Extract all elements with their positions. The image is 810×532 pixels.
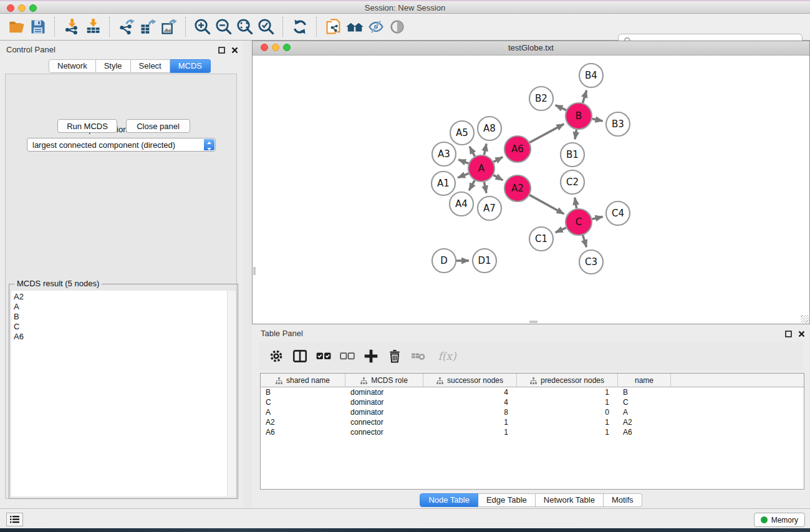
node-B4[interactable]: B4 [579, 64, 603, 87]
table-row[interactable]: A2connector11A2 [261, 417, 804, 427]
network-window-titlebar[interactable]: testGlobe.txt [253, 41, 809, 56]
result-item[interactable]: A6 [14, 332, 228, 342]
column-header-MCDS-role[interactable]: MCDS role [345, 374, 423, 387]
horizontal-scroll-nub[interactable] [529, 321, 538, 323]
memory-button[interactable]: Memory [754, 513, 805, 527]
float-panel-icon[interactable] [218, 45, 225, 56]
node-C[interactable]: C [566, 209, 592, 235]
mcds-result-list[interactable]: A2ABCA6 [11, 291, 228, 496]
column-header-name[interactable]: name [618, 374, 671, 387]
table-cell[interactable]: A6 [618, 427, 671, 437]
result-scrollbar[interactable] [227, 291, 236, 496]
result-item[interactable]: B [14, 312, 228, 322]
table-tab-network-table[interactable]: Network Table [536, 493, 604, 507]
table-cell[interactable]: C [261, 397, 345, 407]
network-canvas[interactable]: AA1A2A3A4A5A6A7A8BB1B2B3B4CC1C2C3C4DD1 [253, 55, 809, 324]
tab-mcds[interactable]: MCDS [170, 59, 211, 73]
close-panel-icon[interactable] [231, 45, 238, 56]
deselect-all-icon[interactable] [337, 346, 357, 366]
table-tab-node-table[interactable]: Node Table [420, 493, 478, 507]
node-A4[interactable]: A4 [450, 192, 473, 216]
table-cell[interactable]: A2 [261, 417, 345, 427]
close-panel-button[interactable]: Close panel [126, 119, 190, 133]
node-D[interactable]: D [432, 249, 456, 273]
export-image-icon[interactable] [158, 16, 180, 37]
table-cell[interactable]: connector [345, 427, 423, 437]
tab-select[interactable]: Select [131, 59, 170, 73]
network-graph[interactable]: AA1A2A3A4A5A6A7A8BB1B2B3B4CC1C2C3C4DD1 [253, 55, 809, 324]
zoom-fit-icon[interactable] [234, 16, 256, 37]
export-network-icon[interactable] [116, 16, 137, 37]
settings-gear-icon[interactable] [266, 346, 286, 366]
table-cell[interactable]: 1 [517, 427, 618, 437]
export-table-icon[interactable] [137, 16, 158, 37]
table-row[interactable]: Cdominator41C [261, 397, 804, 407]
delete-column-icon[interactable] [385, 346, 405, 366]
task-history-button[interactable] [6, 513, 23, 526]
node-B1[interactable]: B1 [561, 143, 584, 167]
column-header-predecessor-nodes[interactable]: predecessor nodes [517, 374, 618, 387]
function-builder-icon[interactable]: f(x) [432, 346, 462, 366]
column-header-successor-nodes[interactable]: successor nodes [423, 374, 517, 387]
select-all-icon[interactable] [314, 346, 334, 366]
node-B[interactable]: B [566, 103, 592, 129]
table-row[interactable]: Bdominator41B [261, 387, 804, 397]
node-table[interactable]: shared nameMCDS rolesuccessor nodesprede… [260, 373, 804, 490]
table-row[interactable]: A6connector11A6 [261, 427, 804, 437]
float-table-panel-icon[interactable] [785, 329, 792, 340]
table-cell[interactable]: dominator [345, 387, 423, 397]
result-item[interactable]: A [14, 302, 228, 312]
node-A2[interactable]: A2 [504, 175, 531, 201]
table-cell[interactable]: 8 [423, 407, 517, 417]
column-header-shared-name[interactable]: shared name [261, 374, 345, 387]
table-cell[interactable]: C [618, 397, 671, 407]
open-file-icon[interactable] [6, 16, 27, 37]
close-table-panel-icon[interactable] [798, 329, 805, 340]
home-icon[interactable] [344, 16, 365, 37]
node-A3[interactable]: A3 [432, 142, 456, 166]
table-cell[interactable]: A2 [618, 417, 671, 427]
add-column-icon[interactable] [361, 346, 381, 366]
tab-style[interactable]: Style [96, 59, 131, 73]
node-B2[interactable]: B2 [529, 87, 553, 110]
table-tab-motifs[interactable]: Motifs [604, 493, 642, 507]
result-item[interactable]: A2 [14, 292, 228, 302]
node-C3[interactable]: C3 [579, 250, 603, 274]
table-cell[interactable]: 4 [423, 387, 517, 397]
table-cell[interactable]: 1 [517, 397, 618, 407]
table-tab-edge-table[interactable]: Edge Table [478, 493, 536, 507]
table-row[interactable]: Adominator80A [261, 407, 804, 417]
column-view-icon[interactable] [290, 346, 310, 366]
zoom-out-icon[interactable] [213, 16, 234, 37]
table-cell[interactable]: 1 [517, 417, 618, 427]
resize-grip[interactable] [801, 315, 809, 323]
zoom-selected-icon[interactable] [256, 16, 277, 37]
node-A5[interactable]: A5 [450, 121, 474, 145]
table-cell[interactable]: 1 [517, 387, 618, 397]
table-cell[interactable]: B [618, 387, 671, 397]
table-cell[interactable]: 1 [423, 417, 517, 427]
table-cell[interactable]: connector [345, 417, 423, 427]
table-cell[interactable]: A [618, 407, 671, 417]
tab-network[interactable]: Network [49, 59, 96, 73]
table-cell[interactable]: B [261, 387, 345, 397]
vertical-scroll-nub[interactable] [253, 267, 256, 275]
node-C1[interactable]: C1 [529, 227, 553, 251]
import-table-icon[interactable] [82, 16, 104, 37]
node-A6[interactable]: A6 [504, 136, 531, 162]
show-panel-icon[interactable] [387, 16, 408, 37]
new-network-icon[interactable] [323, 16, 344, 37]
node-A[interactable]: A [468, 155, 494, 181]
result-item[interactable]: C [14, 322, 228, 332]
node-B3[interactable]: B3 [606, 112, 630, 136]
zoom-in-icon[interactable] [192, 16, 213, 37]
table-cell[interactable]: 1 [423, 427, 517, 437]
delete-table-icon[interactable] [408, 346, 428, 366]
criterion-dropdown[interactable]: largest connected component (directed) [27, 138, 216, 152]
node-A8[interactable]: A8 [478, 117, 501, 140]
table-cell[interactable]: 4 [423, 397, 517, 407]
import-network-icon[interactable] [61, 16, 82, 37]
refresh-icon[interactable] [289, 16, 311, 37]
node-C2[interactable]: C2 [561, 170, 584, 194]
table-cell[interactable]: A6 [261, 427, 345, 437]
